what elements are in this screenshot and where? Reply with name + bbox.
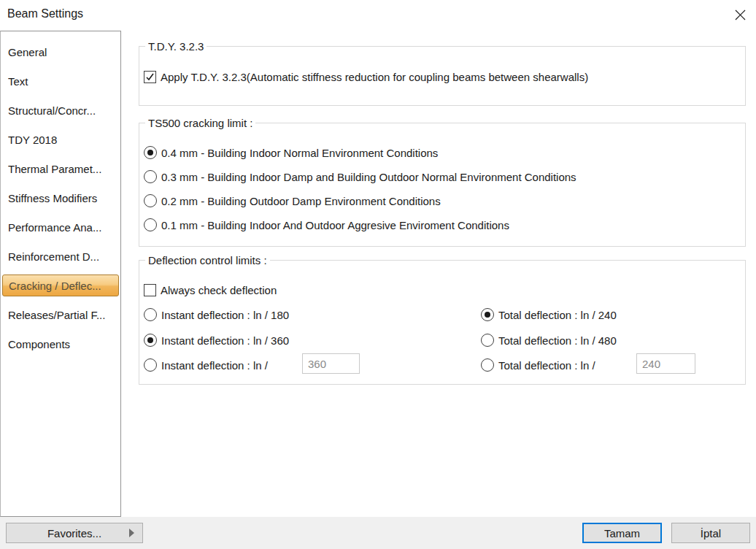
favorites-expand-arrow-icon xyxy=(129,529,134,537)
radio-row-total-240[interactable]: Total deflection : ln / 240 xyxy=(481,308,617,321)
radio-total-480[interactable] xyxy=(481,334,494,347)
radio-crack-04mm-label: 0.4 mm - Building Indoor Normal Environm… xyxy=(161,147,438,159)
always-check-deflection-label: Always check deflection xyxy=(161,284,277,296)
radio-instant-180-label: Instant deflection : ln / 180 xyxy=(161,309,289,321)
radio-total-240-label: Total deflection : ln / 240 xyxy=(498,309,617,321)
close-x-glyph xyxy=(735,9,746,20)
group-deflection-legend: Deflection control limits : xyxy=(145,254,270,266)
always-check-deflection-checkbox[interactable] xyxy=(144,284,156,296)
sidebar-item-performance-analysis[interactable]: Performance Ana... xyxy=(1,212,120,242)
sidebar-item-components[interactable]: Components xyxy=(1,329,120,358)
sidebar-item-tdy-2018[interactable]: TDY 2018 xyxy=(1,125,120,154)
sidebar-item-structural-concrete[interactable]: Structural/Concr... xyxy=(1,96,120,125)
close-icon[interactable] xyxy=(733,7,747,22)
radio-total-custom-label: Total deflection : ln / xyxy=(498,359,595,372)
radio-total-480-label: Total deflection : ln / 480 xyxy=(498,334,617,347)
radio-row-crack-04mm[interactable]: 0.4 mm - Building Indoor Normal Environm… xyxy=(144,146,438,159)
instant-deflection-custom-input[interactable] xyxy=(302,353,360,374)
apply-tdy-checkbox[interactable] xyxy=(144,71,156,83)
radio-row-instant-custom[interactable]: Instant deflection : ln / xyxy=(144,358,268,372)
sidebar-item-stiffness-modifiers[interactable]: Stiffness Modifiers xyxy=(1,183,120,212)
group-ts500-legend: TS500 cracking limit : xyxy=(145,117,255,129)
favorites-button[interactable]: Favorites... xyxy=(6,523,143,543)
radio-crack-01mm-label: 0.1 mm - Building Indoor And Outdoor Agg… xyxy=(161,219,509,231)
radio-row-instant-360[interactable]: Instant deflection : ln / 360 xyxy=(144,334,289,347)
radio-instant-360-label: Instant deflection : ln / 360 xyxy=(161,334,289,347)
group-tdy-323: T.D.Y. 3.2.3 Apply T.D.Y. 3.2.3(Automati… xyxy=(139,46,746,106)
apply-tdy-checkbox-label: Apply T.D.Y. 3.2.3(Automatic stiffness r… xyxy=(161,71,588,83)
radio-instant-custom-label: Instant deflection : ln / xyxy=(161,359,268,372)
radio-total-custom[interactable] xyxy=(481,358,494,372)
radio-instant-360[interactable] xyxy=(144,334,157,347)
sidebar-item-text[interactable]: Text xyxy=(1,66,120,96)
radio-row-crack-02mm[interactable]: 0.2 mm - Building Outdoor Damp Environme… xyxy=(144,194,441,207)
cancel-button[interactable]: İptal xyxy=(671,523,750,543)
checkmark-icon xyxy=(145,72,155,82)
radio-instant-180[interactable] xyxy=(144,308,157,321)
sidebar-item-releases-partial-fixity[interactable]: Releases/Partial F... xyxy=(1,300,120,329)
apply-tdy-checkbox-row[interactable]: Apply T.D.Y. 3.2.3(Automatic stiffness r… xyxy=(144,71,588,83)
group-tdy-323-legend: T.D.Y. 3.2.3 xyxy=(145,40,207,53)
group-deflection-control: Deflection control limits : Always check… xyxy=(139,260,746,385)
radio-crack-01mm[interactable] xyxy=(144,218,157,231)
radio-row-instant-180[interactable]: Instant deflection : ln / 180 xyxy=(144,308,289,321)
total-deflection-custom-input[interactable] xyxy=(636,353,695,374)
sidebar-item-thermal-parameters[interactable]: Thermal Paramet... xyxy=(1,154,120,183)
radio-row-total-custom[interactable]: Total deflection : ln / xyxy=(481,358,595,372)
sidebar-item-general[interactable]: General xyxy=(1,37,120,66)
radio-crack-03mm-label: 0.3 mm - Building Indoor Damp and Buildi… xyxy=(161,171,576,183)
always-check-deflection-row[interactable]: Always check deflection xyxy=(144,284,277,296)
radio-crack-02mm-label: 0.2 mm - Building Outdoor Damp Environme… xyxy=(161,195,441,207)
radio-crack-03mm[interactable] xyxy=(144,170,157,183)
radio-row-crack-03mm[interactable]: 0.3 mm - Building Indoor Damp and Buildi… xyxy=(144,170,576,183)
radio-instant-custom[interactable] xyxy=(144,358,157,372)
sidebar-item-cracking-deflection[interactable]: Cracking / Deflec... xyxy=(2,274,119,296)
sidebar-item-reinforcement-design[interactable]: Reinforcement D... xyxy=(1,242,120,271)
radio-crack-04mm[interactable] xyxy=(144,146,157,159)
ok-button[interactable]: Tamam xyxy=(582,523,662,543)
radio-row-total-480[interactable]: Total deflection : ln / 480 xyxy=(481,334,617,347)
radio-total-240[interactable] xyxy=(481,308,494,321)
favorites-button-label: Favorites... xyxy=(47,527,101,540)
settings-sidebar: General Text Structural/Concr... TDY 201… xyxy=(0,31,121,517)
window-title: Beam Settings xyxy=(7,7,83,20)
radio-row-crack-01mm[interactable]: 0.1 mm - Building Indoor And Outdoor Agg… xyxy=(144,218,509,231)
radio-crack-02mm[interactable] xyxy=(144,194,157,207)
group-ts500-cracking-limit: TS500 cracking limit : 0.4 mm - Building… xyxy=(139,123,746,247)
